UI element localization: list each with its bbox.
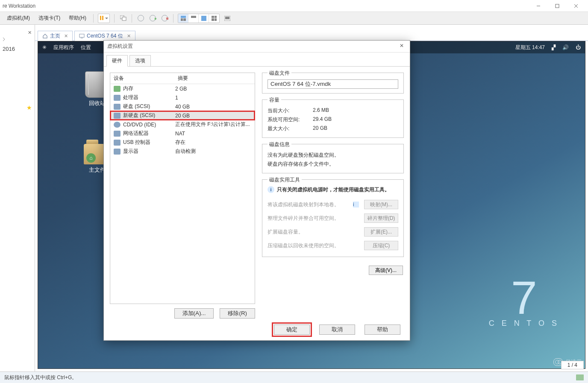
device-row-display[interactable]: 显示器自动检测 [110,147,255,156]
device-list-header: 设备 摘要 [110,73,255,84]
cancel-button[interactable]: 取消 [319,325,355,335]
header-device: 设备 [114,75,178,82]
status-text: 鼠标指针移入其中或按 Ctrl+G。 [4,374,77,381]
ok-button[interactable]: 确定 [274,325,310,335]
remove-device-button[interactable]: 移除(R) [220,308,255,319]
compact-button[interactable]: 压缩(C) [364,241,398,250]
disk-info-group: 磁盘信息 没有为此硬盘预分配磁盘空间。 硬盘内容存储在多个文件中。 [262,144,404,173]
usb-icon [114,140,121,146]
disk-util-title: 磁盘实用工具 [268,176,302,184]
tab-close-icon[interactable]: ✕ [64,33,68,39]
status-bar: 鼠标指针移入其中或按 Ctrl+G。 [0,371,588,383]
advanced-button[interactable]: 高级(V)... [369,266,403,275]
info-icon[interactable]: i [353,202,359,208]
dialog-tabs: 硬件 选项 [104,53,410,67]
dialog-body: 设备 摘要 内存2 GB 处理器1 硬盘 (SCSI)40 GB 新硬盘 (SC… [104,67,410,319]
applications-menu[interactable]: 应用程序 [53,44,74,51]
dialog-close-icon[interactable]: ✕ [397,43,406,50]
sidebar-close-icon[interactable]: ✕ [26,29,33,36]
defrag-button[interactable]: 碎片整理(D) [364,213,398,223]
volume-icon[interactable]: 🔊 [562,44,569,50]
centos-word: C E N T O S [489,319,559,328]
tab-centos-label: CentOS 7 64 位 [87,32,123,40]
tab-centos[interactable]: CentOS 7 64 位 ✕ [74,31,135,41]
svg-rect-5 [122,17,126,20]
tab-hardware[interactable]: 硬件 [106,55,128,67]
device-row-usb[interactable]: USB 控制器存在 [110,138,255,147]
display-icon [114,149,121,155]
disk-info-line1: 没有为此硬盘预分配磁盘空间。 [268,151,398,160]
window-controls [529,1,585,11]
device-row-memory[interactable]: 内存2 GB [110,84,255,93]
fullscreen-icon[interactable] [222,13,232,23]
network-icon[interactable]: ▞ [552,44,556,50]
expand-button[interactable]: 扩展(E)... [364,227,398,237]
menu-vm[interactable]: 虚拟机(M) [3,13,34,23]
power-icon[interactable]: ⏻ [576,44,581,50]
device-row-disk[interactable]: 硬盘 (SCSI)40 GB [110,102,255,111]
device-row-cdrom[interactable]: CD/DVD (IDE)正在使用文件 F:\云计算\云计算... [110,120,255,129]
title-bar: re Workstation [0,0,588,12]
map-button[interactable]: 映射(M)... [364,200,398,209]
gnome-icon[interactable]: ✳ [42,44,47,50]
snapshot-revert-icon[interactable] [147,13,158,23]
home-label: 主文件 [89,166,106,174]
dialog-title: 虚拟机设置 [107,43,397,50]
device-list[interactable]: 设备 摘要 内存2 GB 处理器1 硬盘 (SCSI)40 GB 新硬盘 (SC… [110,73,255,304]
places-menu[interactable]: 位置 [81,44,91,51]
menu-help[interactable]: 帮助(H) [65,13,91,23]
device-status-icon[interactable] [576,374,584,380]
cpu-icon [114,95,121,101]
device-buttons: 添加(A)... 移除(R) [110,304,255,319]
svg-rect-8 [79,34,84,37]
tab-home[interactable]: 主页 ✕ [38,31,73,41]
disk-icon [114,104,121,110]
help-button[interactable]: 帮助 [365,325,400,335]
disk-icon [114,113,121,119]
device-row-cpu[interactable]: 处理器1 [110,93,255,102]
maximize-button[interactable] [548,1,567,11]
map-text: 将该虚拟机磁盘映射到本地卷。 [268,201,348,208]
separator [93,14,94,23]
defrag-text: 整理文件碎片并整合可用空间。 [268,215,359,222]
clock-label[interactable]: 星期五 14:47 [515,44,545,51]
view-layout-3[interactable] [199,14,209,23]
view-layout-1[interactable] [178,14,188,23]
sidebar: ✕ 2016 ★ [0,25,35,371]
add-device-button[interactable]: 添加(A)... [174,308,214,319]
cap-avail-val: 29.4 GB [313,116,332,123]
svg-rect-7 [225,17,229,19]
favorite-star-icon[interactable]: ★ [26,104,32,111]
cap-curr-val: 2.6 MB [313,107,329,114]
separator [114,14,115,23]
view-layout-2[interactable] [188,14,199,23]
sidebar-item-2016[interactable]: 2016 [3,46,32,52]
disk-info-title: 磁盘信息 [268,141,291,148]
send-keys-icon[interactable] [118,13,128,23]
cap-max-label: 最大大小: [268,125,310,132]
compact-text: 压缩磁盘以回收未使用的空间。 [268,242,359,249]
minimize-button[interactable] [529,1,548,11]
tab-close-icon[interactable]: ✕ [127,33,131,39]
vm-settings-dialog: 虚拟机设置 ✕ 硬件 选项 设备 摘要 内存2 GB 处理器1 硬盘 (SCSI… [103,40,410,341]
vm-tabs: 主页 ✕ CentOS 7 64 位 ✕ [38,31,137,41]
centos-wallpaper-logo: 7 C E N T O S [489,279,559,328]
memory-icon [114,86,121,92]
close-button[interactable] [567,1,585,11]
disk-file-input[interactable] [268,79,398,89]
snapshot-manage-icon[interactable] [159,13,170,23]
tab-options[interactable]: 选项 [129,55,151,66]
page-counter: 1 / 4 [561,361,584,369]
cdrom-icon [114,122,121,128]
trash-label: 回收站 [89,99,106,107]
view-layout-4[interactable] [209,14,219,23]
device-row-new-disk[interactable]: 新硬盘 (SCSI)20 GB [110,111,255,120]
device-row-network[interactable]: 网络适配器NAT [110,129,255,138]
svg-rect-1 [556,4,559,8]
window-title: re Workstation [3,3,529,9]
snapshot-take-icon[interactable] [135,13,146,23]
menu-tab[interactable]: 选项卡(T) [34,13,65,23]
dialog-title-bar[interactable]: 虚拟机设置 ✕ [104,41,410,53]
network-adapter-icon [114,131,121,137]
pause-button[interactable] [98,14,110,23]
